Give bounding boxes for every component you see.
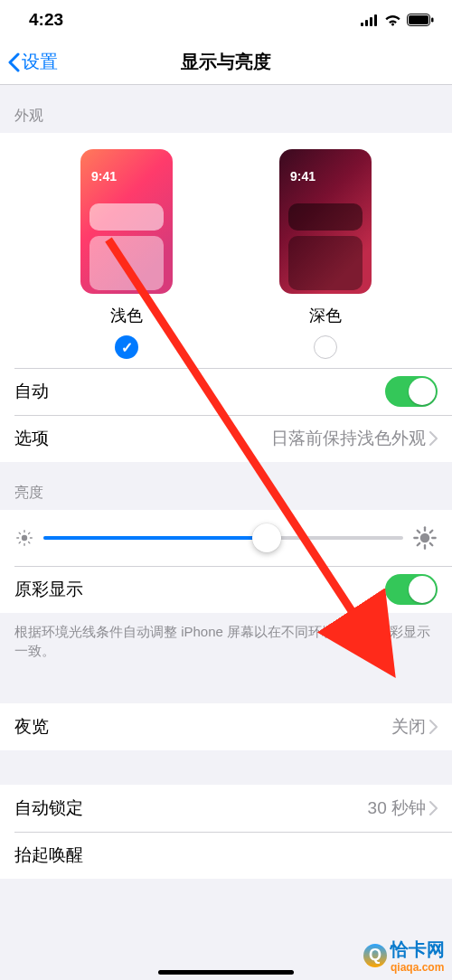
svg-point-7 [22, 535, 27, 541]
svg-line-22 [430, 543, 432, 545]
watermark-text: 恰卡网 [391, 939, 445, 959]
watermark: Q 恰卡网 qiaqa.com [363, 938, 445, 973]
night-shift-row[interactable]: 夜览 关闭 [0, 703, 452, 750]
svg-rect-0 [361, 23, 363, 26]
auto-lock-row[interactable]: 自动锁定 30 秒钟 [0, 785, 452, 832]
section-header-brightness: 亮度 [0, 462, 452, 510]
svg-line-14 [19, 542, 20, 543]
home-indicator [158, 970, 294, 975]
chevron-right-icon [429, 720, 438, 734]
night-shift-value: 关闭 [391, 715, 426, 739]
appearance-dark-option[interactable]: 9:41 深色 [279, 149, 372, 359]
chevron-right-icon [429, 801, 438, 815]
status-time: 4:23 [29, 10, 63, 30]
true-tone-row[interactable]: 原彩显示 [0, 566, 452, 613]
svg-rect-1 [365, 20, 368, 26]
status-bar: 4:23 [0, 0, 452, 40]
svg-line-12 [19, 532, 20, 533]
appearance-light-option[interactable]: 9:41 浅色 [80, 149, 173, 359]
brightness-slider-fill [43, 536, 267, 540]
status-indicators [361, 14, 434, 26]
watermark-url: qiaqa.com [391, 962, 445, 973]
svg-line-21 [418, 531, 419, 532]
true-tone-description: 根据环境光线条件自动调整 iPhone 屏幕以在不同环境下保持色彩显示一致。 [0, 613, 452, 669]
brightness-slider-row [0, 510, 452, 566]
options-label: 选项 [14, 427, 49, 450]
chevron-right-icon [429, 431, 438, 446]
night-shift-label: 夜览 [14, 715, 49, 739]
svg-point-16 [420, 533, 430, 543]
appearance-light-label: 浅色 [110, 305, 143, 326]
brightness-slider[interactable] [43, 536, 403, 540]
true-tone-toggle[interactable] [385, 574, 438, 605]
brightness-slider-knob[interactable] [252, 523, 281, 552]
appearance-dark-label: 深色 [309, 305, 342, 326]
svg-rect-2 [370, 17, 372, 26]
appearance-dark-preview: 9:41 [279, 149, 372, 294]
section-header-appearance: 外观 [0, 85, 452, 133]
options-value: 日落前保持浅色外观 [271, 427, 426, 450]
battery-icon [407, 14, 434, 26]
auto-appearance-row[interactable]: 自动 [0, 368, 452, 415]
watermark-logo-icon: Q [363, 944, 387, 967]
appearance-group: 9:41 浅色 9:41 深色 自动 选项 日落前保持浅色外观 [0, 133, 452, 462]
back-label: 设置 [22, 50, 58, 74]
appearance-light-radio[interactable] [115, 335, 138, 359]
svg-rect-3 [374, 14, 377, 26]
svg-line-23 [418, 543, 419, 545]
chevron-left-icon [7, 52, 20, 72]
auto-appearance-toggle[interactable] [385, 376, 438, 407]
cellular-icon [361, 14, 379, 26]
svg-line-15 [29, 532, 30, 533]
appearance-light-preview: 9:41 [80, 149, 173, 294]
nav-bar: 设置 显示与亮度 [0, 40, 452, 85]
brightness-high-icon [412, 525, 438, 551]
appearance-dark-radio[interactable] [314, 335, 337, 359]
wifi-icon [384, 14, 401, 26]
true-tone-label: 原彩显示 [14, 578, 83, 601]
options-row[interactable]: 选项 日落前保持浅色外观 [0, 415, 452, 462]
raise-to-wake-label: 抬起唤醒 [14, 843, 83, 867]
raise-to-wake-row[interactable]: 抬起唤醒 [0, 832, 452, 879]
brightness-low-icon [14, 528, 34, 548]
auto-appearance-label: 自动 [14, 380, 49, 403]
svg-line-24 [430, 531, 432, 532]
svg-line-13 [29, 542, 30, 543]
back-button[interactable]: 设置 [0, 50, 58, 74]
page-title: 显示与亮度 [0, 50, 452, 74]
auto-lock-value: 30 秒钟 [368, 796, 426, 820]
svg-rect-5 [409, 15, 428, 24]
auto-lock-label: 自动锁定 [14, 796, 83, 820]
svg-rect-6 [431, 18, 434, 23]
